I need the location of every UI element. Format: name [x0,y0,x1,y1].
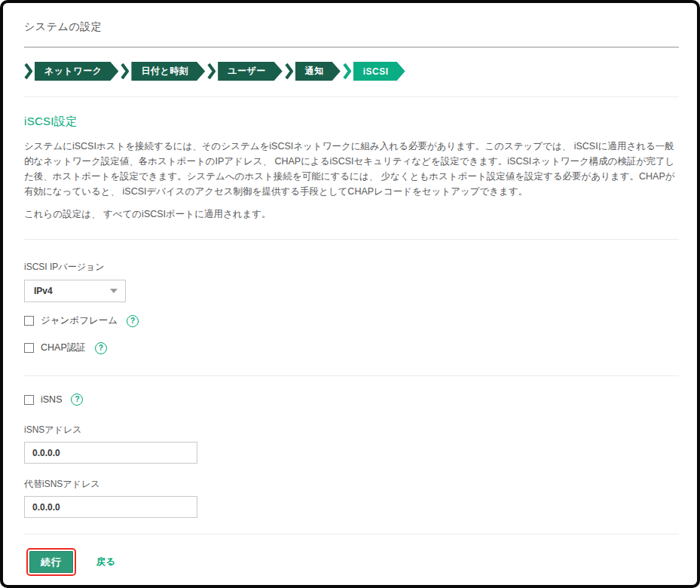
alt-isns-address-input[interactable] [24,496,197,518]
step-label: 通知 [295,62,341,81]
section-divider [24,239,679,240]
help-icon[interactable]: ? [127,315,139,327]
chevron-right-icon [285,62,293,81]
step-label: 日付と時刻 [131,62,205,81]
continue-button[interactable]: 続行 [29,551,73,573]
ip-version-label: iSCSI IPバージョン [24,261,679,274]
page-title: システムの設定 [24,20,679,34]
step-date-time[interactable]: 日付と時刻 [121,62,205,81]
step-label: ネットワーク [35,62,118,81]
iscsi-settings-heading: iSCSI設定 [24,115,679,129]
jumbo-frames-row: ジャンボフレーム ? [24,314,679,327]
isns-checkbox[interactable] [24,395,34,405]
chap-auth-label: CHAP認証 [41,341,86,354]
isns-row: iSNS ? [24,394,679,406]
window-frame: システムの設定 ネットワーク 日付と時刻 ユーザー 通知 iSCSI [0,0,700,588]
chevron-right-icon [343,62,351,81]
ip-version-value: IPv4 [34,286,53,296]
chap-isns-divider [24,375,679,376]
title-divider [24,47,679,47]
chevron-right-icon [121,62,129,81]
chevron-right-icon [24,62,32,81]
system-settings-page: システムの設定 ネットワーク 日付と時刻 ユーザー 通知 iSCSI [3,3,697,576]
iscsi-note: これらの設定は、 すべてのiSCSIポートに適用されます。 [24,207,679,222]
chevron-down-icon [110,289,118,293]
isns-label: iSNS [41,394,62,405]
footer-divider [24,534,679,534]
isns-address-label: iSNSアドレス [24,424,679,436]
chap-auth-row: CHAP認証 ? [24,341,679,354]
help-icon[interactable]: ? [71,394,83,406]
steps-divider [24,96,679,97]
alt-isns-address-label: 代替iSNSアドレス [24,478,679,491]
back-link[interactable]: 戻る [96,556,115,568]
iscsi-description: システムにiSCSIホストを接続するには、そのシステムをiSCSIネットワークに… [24,139,679,199]
help-icon[interactable]: ? [95,342,107,354]
step-label: iSCSI [353,62,405,81]
footer-actions: 続行 戻る [24,548,679,576]
wizard-steps: ネットワーク 日付と時刻 ユーザー 通知 iSCSI [24,62,679,81]
isns-address-input[interactable] [24,442,197,464]
step-users[interactable]: ユーザー [207,62,283,81]
step-iscsi[interactable]: iSCSI [343,62,405,81]
annotation-highlight: 続行 [26,548,76,576]
chap-auth-checkbox[interactable] [24,343,34,353]
chevron-right-icon [207,62,216,81]
step-notifications[interactable]: 通知 [285,62,341,81]
step-network[interactable]: ネットワーク [24,62,118,81]
jumbo-frames-checkbox[interactable] [24,316,34,326]
ip-version-select[interactable]: IPv4 [24,280,126,302]
jumbo-frames-label: ジャンボフレーム [41,314,118,327]
step-label: ユーザー [218,62,283,81]
